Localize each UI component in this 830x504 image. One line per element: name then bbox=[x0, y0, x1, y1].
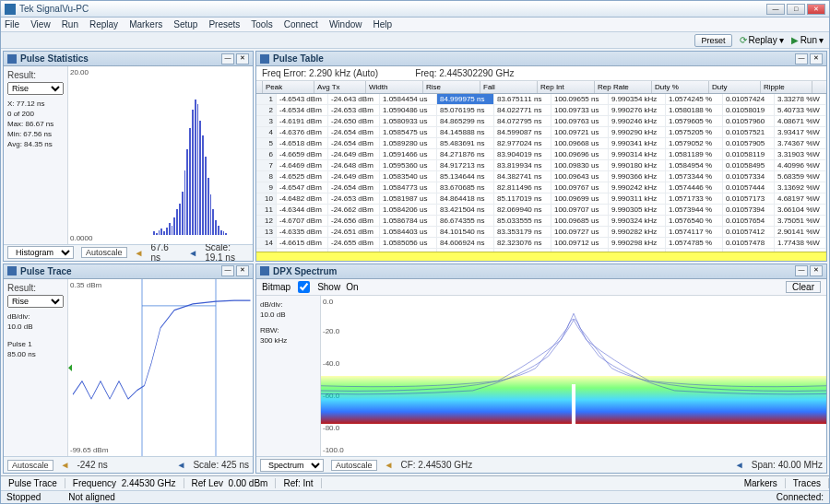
stats-x: X: 77.12 ns bbox=[7, 99, 64, 109]
panel-close-button[interactable]: ✕ bbox=[236, 265, 249, 276]
replay-button[interactable]: Replay bbox=[749, 35, 777, 45]
app-icon bbox=[5, 4, 16, 15]
autoscale-button[interactable]: Autoscale bbox=[331, 460, 377, 471]
panel-minimize-button[interactable]: — bbox=[795, 53, 808, 64]
autoscale-button[interactable]: Autoscale bbox=[7, 460, 53, 471]
status-strip bbox=[256, 252, 826, 261]
col-header[interactable]: Width bbox=[366, 81, 423, 93]
col-header[interactable]: Rep Rate bbox=[595, 81, 652, 93]
chevron-down-icon[interactable]: ▾ bbox=[779, 35, 784, 45]
chevron-down-icon[interactable]: ▾ bbox=[819, 35, 824, 45]
y-top: 0.35 dBm bbox=[70, 281, 101, 289]
menu-view[interactable]: View bbox=[30, 19, 51, 29]
stats-count: 0 of 200 bbox=[7, 109, 64, 119]
align-state: Not aligned bbox=[68, 492, 115, 502]
menu-setup[interactable]: Setup bbox=[173, 19, 197, 29]
table-row[interactable]: 10-4.6482 dBm-24.653 dBm1.0581987 us84.8… bbox=[256, 193, 826, 205]
freq: Freq: 2.445302290 GHz bbox=[415, 68, 514, 78]
col-header[interactable]: Duty % bbox=[652, 81, 709, 93]
autoscale-button[interactable]: Autoscale bbox=[81, 247, 127, 258]
spectrum-sidebar: dB/div: 10.0 dB RBW: 300 kHz bbox=[256, 296, 321, 457]
table-row[interactable]: 12-4.6707 dBm-24.656 dBm1.0586784 us86.6… bbox=[256, 216, 826, 227]
table-header: PeakAvg TxWidthRiseFallRep IntRep RateDu… bbox=[256, 81, 826, 94]
statusbar: Pulse Trace Frequency 2.44530 GHz Ref Le… bbox=[1, 475, 829, 490]
menu-window[interactable]: Window bbox=[329, 19, 362, 29]
stats-max: Max: 86.67 ns bbox=[7, 119, 64, 129]
window-title: Tek SignalVu-PC bbox=[19, 4, 766, 14]
panel-close-button[interactable]: ✕ bbox=[236, 53, 249, 64]
reflev-field[interactable]: 0.00 dBm bbox=[229, 478, 268, 488]
minimize-button[interactable]: — bbox=[766, 4, 785, 15]
col-header[interactable]: Duty bbox=[709, 81, 761, 93]
close-button[interactable]: ✕ bbox=[807, 4, 825, 15]
panel-minimize-button[interactable]: — bbox=[221, 265, 234, 276]
menu-presets[interactable]: Presets bbox=[208, 19, 240, 29]
col-header[interactable]: Rep Int bbox=[538, 81, 595, 93]
table-row[interactable]: 14-4.6615 dBm-24.655 dBm1.0585056 us84.6… bbox=[256, 238, 826, 249]
menu-markers[interactable]: Markers bbox=[129, 19, 162, 29]
table-row[interactable]: 3-4.6191 dBm-24.650 dBm1.0580933 us84.86… bbox=[256, 116, 826, 127]
show-checkbox[interactable] bbox=[298, 281, 310, 293]
table-row[interactable]: 9-4.6547 dBm-24.654 dBm1.0584773 us83.67… bbox=[256, 182, 826, 193]
table-row[interactable]: 8-4.6525 dBm-24.649 dBm1.0583540 us85.13… bbox=[256, 171, 826, 182]
spectrum-plot[interactable]: 0.0 -20.0 -40.0 -60.0 -80.0 -100.0 bbox=[321, 296, 826, 457]
menu-replay[interactable]: Replay bbox=[89, 19, 118, 29]
clear-button[interactable]: Clear bbox=[786, 281, 821, 293]
col-header[interactable]: Ripple bbox=[761, 81, 812, 93]
dbdiv: dB/div: 10.0 dB bbox=[7, 311, 64, 332]
table-row[interactable]: 11-4.6344 dBm-24.662 dBm1.0584206 us83.4… bbox=[256, 205, 826, 216]
table-row[interactable]: 2-4.6534 dBm-24.653 dBm1.0590486 us85.07… bbox=[256, 105, 826, 116]
panel-title: Pulse Statistics bbox=[20, 53, 221, 64]
result-select[interactable]: Rise bbox=[7, 82, 64, 95]
menubar: File View Run Replay Markers Setup Prese… bbox=[1, 18, 829, 32]
view-mode-select[interactable]: Histogram bbox=[7, 246, 74, 259]
menu-connect[interactable]: Connect bbox=[284, 19, 318, 29]
bitmap-label: Bitmap bbox=[262, 282, 290, 292]
dpx-spectrum-panel: DPX Spectrum —✕ Bitmap Show On Clear dB/… bbox=[255, 264, 827, 475]
table-row[interactable]: 4-4.6376 dBm-24.654 dBm1.0585475 us84.14… bbox=[256, 127, 826, 138]
y-bot: -99.65 dBm bbox=[70, 446, 108, 454]
titlebar: Tek SignalVu-PC — □ ✕ bbox=[1, 1, 829, 18]
panel-icon bbox=[260, 266, 269, 275]
panel-title: Pulse Trace bbox=[20, 266, 221, 276]
menu-tools[interactable]: Tools bbox=[251, 19, 272, 29]
histogram-plot[interactable]: 20.00 0.0000 bbox=[68, 66, 253, 244]
y-bot: 0.0000 bbox=[70, 234, 92, 242]
table-row[interactable]: 5-4.6518 dBm-24.654 dBm1.0589280 us85.48… bbox=[256, 138, 826, 149]
panel-minimize-button[interactable]: — bbox=[221, 53, 234, 64]
menu-file[interactable]: File bbox=[5, 19, 19, 29]
result-select[interactable]: Rise bbox=[7, 295, 64, 308]
menu-help[interactable]: Help bbox=[373, 19, 392, 29]
table-row[interactable]: 6-4.6659 dBm-24.649 dBm1.0591466 us84.27… bbox=[256, 149, 826, 160]
pulse-table-panel: Pulse Table —✕ Freq Error: 2.290 kHz (Au… bbox=[255, 51, 827, 262]
trace-plot[interactable]: 0.35 dBm -99.65 dBm bbox=[68, 279, 253, 457]
pulse-statistics-panel: Pulse Statistics —✕ Result: Rise X: 77.1… bbox=[3, 51, 254, 262]
center-freq: CF: 2.44530 GHz bbox=[400, 460, 472, 470]
x-position: 67.6 ns bbox=[150, 242, 173, 263]
table-row[interactable]: 1-4.6543 dBm-24.643 dBm1.0584454 us84.99… bbox=[256, 94, 826, 105]
maximize-button[interactable]: □ bbox=[787, 4, 805, 15]
mode-indicator: Pulse Trace bbox=[1, 478, 65, 488]
markers-button[interactable]: Markers bbox=[737, 478, 786, 488]
col-header[interactable] bbox=[256, 81, 263, 93]
freq-error: Freq Error: 2.290 kHz (Auto) bbox=[262, 68, 378, 78]
dbdiv: dB/div: 10.0 dB bbox=[260, 299, 316, 320]
view-mode-select[interactable]: Spectrum bbox=[260, 459, 324, 472]
panel-close-button[interactable]: ✕ bbox=[810, 265, 823, 276]
main-window: Tek SignalVu-PC — □ ✕ File View Run Repl… bbox=[0, 0, 830, 504]
preset-button[interactable]: Preset bbox=[694, 34, 731, 47]
col-header[interactable]: Peak bbox=[263, 81, 314, 93]
col-header[interactable]: Fall bbox=[480, 81, 538, 93]
table-row[interactable]: 7-4.6469 dBm-24.648 dBm1.0595360 us84.91… bbox=[256, 160, 826, 171]
panel-close-button[interactable]: ✕ bbox=[810, 53, 823, 64]
col-header[interactable]: Rise bbox=[423, 81, 480, 93]
menu-run[interactable]: Run bbox=[62, 19, 78, 29]
col-header[interactable]: Avg Tx bbox=[314, 81, 366, 93]
freq-field[interactable]: 2.44530 GHz bbox=[122, 478, 176, 488]
run-button[interactable]: Run bbox=[800, 35, 817, 45]
panel-minimize-button[interactable]: — bbox=[795, 265, 808, 276]
x-scale: Scale: 19.1 ns bbox=[205, 242, 249, 263]
table-row[interactable]: 13-4.6335 dBm-24.651 dBm1.0584403 us84.1… bbox=[256, 227, 826, 238]
pulse-table[interactable]: PeakAvg TxWidthRiseFallRep IntRep RateDu… bbox=[256, 81, 826, 252]
traces-button[interactable]: Traces bbox=[786, 478, 829, 488]
